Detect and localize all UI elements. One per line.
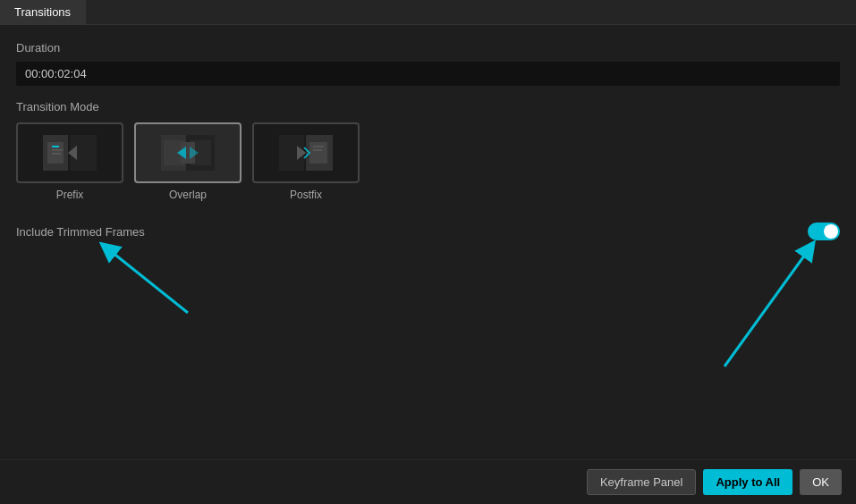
svg-rect-3 — [52, 146, 59, 147]
tab-transitions[interactable]: Transitions — [0, 0, 86, 24]
svg-rect-4 — [52, 149, 63, 151]
mode-options: Prefix Overlap — [16, 122, 840, 201]
transition-mode-label: Transition Mode — [16, 100, 840, 113]
duration-input[interactable] — [16, 62, 840, 86]
svg-line-17 — [725, 248, 809, 366]
mode-item-prefix[interactable]: Prefix — [16, 122, 123, 201]
mode-name-postfix: Postfix — [290, 189, 322, 201]
mode-name-prefix: Prefix — [56, 189, 84, 201]
include-trimmed-label: Include Trimmed Frames — [16, 225, 145, 239]
mode-name-overlap: Overlap — [169, 189, 207, 201]
include-trimmed-toggle[interactable] — [808, 223, 840, 240]
tab-bar: Transitions — [0, 0, 856, 25]
mode-icon-postfix — [252, 122, 360, 183]
toggle-knob — [824, 224, 838, 239]
mode-item-overlap[interactable]: Overlap — [134, 122, 242, 201]
svg-rect-13 — [309, 142, 327, 164]
svg-rect-14 — [313, 146, 324, 147]
apply-to-all-button[interactable]: Apply to All — [703, 469, 792, 495]
include-trimmed-frames-row: Include Trimmed Frames — [16, 219, 840, 244]
mode-icon-overlap — [134, 122, 242, 183]
mode-item-postfix[interactable]: Postfix — [252, 122, 360, 201]
duration-label: Duration — [16, 41, 840, 55]
svg-rect-5 — [52, 153, 61, 155]
svg-rect-15 — [313, 149, 322, 151]
ok-button[interactable]: OK — [800, 469, 842, 495]
main-content: Duration Transition Mode Prefix — [0, 25, 856, 260]
bottom-bar: Keyframe Panel Apply to All OK — [0, 459, 856, 504]
keyframe-panel-button[interactable]: Keyframe Panel — [587, 469, 697, 495]
mode-icon-prefix — [16, 122, 123, 183]
